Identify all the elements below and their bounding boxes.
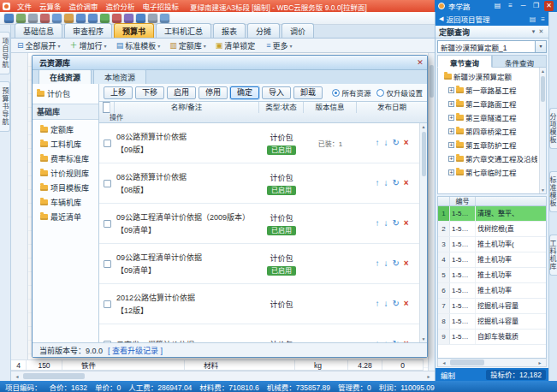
menu-item[interactable]: 电子招投标 bbox=[143, 1, 180, 11]
resource-row[interactable]: 08公路预算计价依据 【09版】 计价包 已启用 已装：1 ↑ ↓ bbox=[99, 123, 427, 163]
move-down-icon[interactable]: ↓ bbox=[383, 179, 388, 187]
scroll-up-icon[interactable]: ▲ bbox=[422, 123, 426, 130]
main-vertical-scrollbar[interactable] bbox=[428, 53, 435, 371]
tree-item[interactable]: 定额库 bbox=[33, 122, 98, 137]
main-tab[interactable]: 工料机汇总 bbox=[156, 23, 211, 38]
main-tab[interactable]: 预算书 bbox=[114, 23, 154, 38]
menu-icon[interactable]: ≡ bbox=[506, 1, 515, 11]
maximize-button[interactable]: ❐ bbox=[531, 1, 541, 11]
pin-icon[interactable]: ▾ bbox=[530, 28, 537, 35]
resource-filter-radio[interactable]: 所有资源 bbox=[332, 87, 370, 98]
panel-close-icon[interactable]: ✕ bbox=[537, 28, 545, 35]
quota-library-dropdown[interactable]: 新疆沙漠预算定额_1 ▾ bbox=[437, 40, 547, 53]
resource-row[interactable]: 2012公路估算计价依据 【12版】 计价包 ↑ ↓ ↻ bbox=[99, 284, 427, 324]
chapter-tree-item[interactable]: + 第二章路面工程 bbox=[438, 97, 537, 110]
action-button[interactable]: ▥ 定额库 ▾ bbox=[169, 40, 206, 51]
tree-section-header[interactable]: 基础库 bbox=[33, 104, 98, 120]
expand-icon[interactable]: + bbox=[448, 169, 454, 175]
update-icon[interactable]: ↻ bbox=[392, 300, 399, 308]
dialog-tab[interactable]: 本地资源 bbox=[93, 69, 146, 84]
expand-icon[interactable]: + bbox=[448, 87, 454, 93]
main-tab[interactable]: 审查程序 bbox=[64, 23, 112, 38]
row-checkbox[interactable] bbox=[104, 300, 111, 308]
search-icon[interactable] bbox=[136, 14, 145, 23]
move-down-icon[interactable]: ↓ bbox=[383, 219, 388, 228]
grid-icon[interactable]: ▤ bbox=[530, 15, 536, 23]
resource-row[interactable]: 09公路工程清单计价依据 【09清单】 计价包 已启用 ↑ ↓ bbox=[99, 244, 427, 284]
resource-filter-radio[interactable]: 仅升级设置 bbox=[376, 87, 423, 98]
menu-item[interactable]: 造价调审 bbox=[69, 1, 98, 11]
copy-icon[interactable] bbox=[52, 14, 62, 23]
menu-item[interactable]: 文件 bbox=[17, 1, 32, 11]
quota-row[interactable]: 1 1-5… 清理、整平、 bbox=[438, 206, 546, 222]
move-down-icon[interactable]: ↓ bbox=[383, 259, 388, 268]
move-up-icon[interactable]: ↑ bbox=[375, 259, 379, 268]
export-icon[interactable] bbox=[16, 14, 26, 23]
menu-item[interactable]: 造价分析 bbox=[106, 1, 135, 11]
quota-horizontal-scrollbar[interactable]: ◄ ► bbox=[437, 359, 547, 367]
action-button[interactable]: ▤ 标准模板 ▾ bbox=[116, 40, 161, 51]
tree-item-root[interactable]: 计价包 bbox=[33, 86, 98, 101]
quota-row[interactable]: 3 1-5… 推土机功率( bbox=[438, 237, 546, 252]
tree-item[interactable]: 工料机库 bbox=[33, 137, 98, 151]
scroll-thumb[interactable] bbox=[541, 76, 545, 102]
row-checkbox[interactable] bbox=[104, 180, 111, 187]
update-icon[interactable]: ↻ bbox=[392, 219, 399, 228]
window-icon[interactable] bbox=[160, 14, 169, 23]
chapter-tree-item[interactable]: + 新疆沙漠预算定额 bbox=[438, 69, 537, 83]
resource-row[interactable]: 08公路预算计价依据 【08版】 计价包 已启用 ↑ ↓ bbox=[99, 163, 427, 204]
expand-icon[interactable]: + bbox=[448, 115, 454, 121]
expand-icon[interactable]: + bbox=[448, 101, 454, 107]
expand-icon[interactable]: + bbox=[448, 128, 454, 134]
save-icon[interactable] bbox=[4, 14, 14, 23]
dialog-vertical-scrollbar[interactable]: ▲ ▼ bbox=[419, 123, 427, 342]
quota-row[interactable]: 4 1-5… 推土机功率 bbox=[438, 252, 546, 268]
resource-row[interactable]: 09公路工程清单计价依据（2009版本） 【09清单】 计价包 已启用 ↑ ↓ bbox=[99, 204, 427, 244]
tree-vertical-scrollbar[interactable]: ▲ ▼ bbox=[539, 68, 546, 193]
chapter-tree-item[interactable]: + 第三章隧道工程 bbox=[438, 110, 537, 124]
quota-row[interactable]: 7 1-5… 挖掘机斗容量 bbox=[438, 299, 546, 314]
update-icon[interactable]: ↻ bbox=[392, 139, 399, 147]
move-up-icon[interactable]: ↑ bbox=[375, 300, 379, 308]
right-dock-tab[interactable]: 工料机库 bbox=[549, 235, 557, 276]
action-button[interactable]: ⊟ 全部展开 ▾ bbox=[17, 40, 61, 51]
expand-icon[interactable]: + bbox=[448, 156, 454, 162]
main-tab[interactable]: 报表 bbox=[213, 23, 246, 38]
update-icon[interactable]: ↻ bbox=[392, 179, 399, 187]
horizontal-scrollbar[interactable]: ◄ ► bbox=[11, 371, 435, 381]
user-name[interactable]: 李学路 bbox=[448, 1, 471, 11]
move-down-icon[interactable]: ↓ bbox=[383, 139, 388, 147]
upgrade-log-link[interactable]: [ 查看升级记录 ] bbox=[108, 345, 163, 356]
back-to-project-button[interactable]: 返回项目管理 bbox=[446, 14, 489, 24]
main-tab[interactable]: 基础信息 bbox=[15, 23, 62, 38]
delete-row-icon[interactable] bbox=[112, 14, 121, 23]
scroll-down-icon[interactable]: ▼ bbox=[541, 187, 545, 193]
chapter-tree-item[interactable]: + 第一章路基工程 bbox=[438, 83, 537, 97]
grid-row[interactable]: 4150铁件材料kg4.280 bbox=[11, 359, 424, 371]
dialog-action-button[interactable]: 启用 bbox=[167, 86, 196, 99]
dialog-action-button[interactable]: 确定 bbox=[230, 86, 259, 99]
update-icon[interactable]: ↻ bbox=[392, 259, 399, 268]
dialog-action-button[interactable]: 导入 bbox=[262, 86, 291, 99]
left-nav-tab[interactable]: 项目导航 bbox=[0, 32, 10, 74]
quota-row[interactable]: 2 1-5… 伐树挖根(直 bbox=[438, 222, 546, 237]
tree-item[interactable]: 最近清单 bbox=[33, 210, 98, 224]
scroll-left-icon[interactable]: ◄ bbox=[13, 374, 21, 379]
remove-icon[interactable]: × bbox=[404, 139, 409, 147]
action-button[interactable]: ＋ 增加行 ▾ bbox=[70, 40, 107, 51]
move-up-icon[interactable]: ↑ bbox=[375, 179, 379, 187]
scroll-thumb[interactable] bbox=[23, 373, 85, 379]
undo-icon[interactable] bbox=[76, 14, 86, 23]
main-tab[interactable]: 调价 bbox=[281, 23, 314, 38]
quota-row[interactable]: 6 1-5… 推土机功率 bbox=[438, 283, 546, 299]
resource-row[interactable]: 云南省09概算计价依据 计价包 ↑ ↓ ↻ bbox=[99, 324, 427, 342]
left-nav-tab[interactable]: 预算书导航 bbox=[0, 81, 10, 132]
tree-item[interactable]: 项目模板库 bbox=[33, 181, 98, 195]
row-checkbox[interactable] bbox=[104, 220, 111, 228]
scroll-thumb[interactable] bbox=[450, 359, 484, 365]
menu-icon[interactable]: ≡ bbox=[541, 15, 545, 23]
action-button[interactable]: ≡ 更多 ▾ bbox=[266, 40, 292, 51]
paste-icon[interactable] bbox=[64, 14, 74, 23]
query-tab[interactable]: 章节查询 bbox=[437, 55, 492, 68]
expand-icon[interactable]: + bbox=[448, 142, 454, 148]
